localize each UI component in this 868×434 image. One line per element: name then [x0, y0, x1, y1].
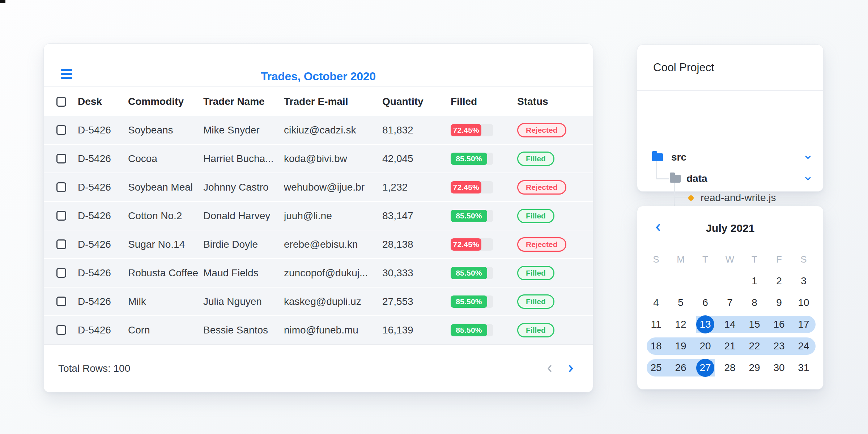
folder-icon — [670, 175, 681, 183]
tree-folder-src[interactable]: src — [652, 151, 823, 164]
row-checkbox[interactable] — [56, 325, 66, 335]
calendar-day[interactable]: 5 — [668, 292, 693, 314]
chevron-down-icon[interactable] — [804, 174, 812, 183]
total-rows-label: Total Rows: 100 — [58, 363, 130, 374]
calendar-day[interactable]: 11 — [644, 314, 668, 335]
tree-connector — [674, 197, 688, 198]
calendar-day[interactable]: 4 — [644, 292, 668, 314]
status-badge: Rejected — [517, 123, 566, 137]
cell-trader-name: Mike Snyder — [203, 124, 284, 136]
calendar-day[interactable]: 3 — [791, 270, 816, 292]
cell-quantity: 81,832 — [382, 124, 451, 136]
calendar-day[interactable]: 23 — [767, 335, 791, 357]
screen-artifact — [0, 0, 5, 3]
folder-name: src — [671, 152, 686, 163]
calendar-day[interactable]: 31 — [791, 357, 816, 379]
calendar-day[interactable]: 19 — [668, 335, 693, 357]
cell-quantity: 27,553 — [382, 296, 451, 307]
calendar-day[interactable]: 17 — [791, 314, 816, 335]
filled-progress-bar: 72.45% — [451, 238, 493, 251]
status-badge: Filled — [517, 323, 554, 337]
calendar-day[interactable]: 26 — [668, 357, 693, 379]
filled-progress-bar: 85.50% — [451, 210, 493, 222]
calendar-day[interactable]: 30 — [767, 357, 791, 379]
project-tree-card: Cool Project src data read-and-write.js — [637, 44, 824, 192]
calendar-day[interactable]: 20 — [693, 335, 718, 357]
cell-trader-email: zuncopof@dukuj... — [284, 267, 382, 279]
filled-progress-bar: 72.45% — [451, 124, 493, 136]
file-tree: src data read-and-write.js authenticatio… — [637, 91, 823, 191]
row-checkbox[interactable] — [56, 297, 66, 306]
calendar-day[interactable]: 6 — [693, 292, 718, 314]
calendar-day[interactable]: 10 — [791, 292, 816, 314]
calendar-day[interactable]: 12 — [668, 314, 693, 335]
calendar-empty-cell — [644, 270, 668, 292]
calendar-day[interactable]: 25 — [644, 357, 668, 379]
cell-desk: D-5426 — [78, 182, 128, 193]
cell-quantity: 42,045 — [382, 153, 451, 165]
tree-file-read-and-write[interactable]: read-and-write.js — [688, 191, 823, 204]
calendar-empty-cell — [668, 270, 693, 292]
calendar-day[interactable]: 2 — [767, 270, 791, 292]
table-row: D-5426Robusta CoffeeMaud Fieldszuncopof@… — [44, 259, 593, 288]
row-checkbox[interactable] — [56, 211, 66, 221]
calendar-day[interactable]: 7 — [718, 292, 742, 314]
calendar-day[interactable]: 14 — [718, 314, 742, 335]
status-badge: Rejected — [517, 237, 566, 252]
calendar-day[interactable]: 22 — [742, 335, 767, 357]
table-footer: Total Rows: 100 — [44, 344, 593, 392]
table-row: D-5426Cotton No.2Donald Harveyjuuh@li.ne… — [44, 202, 593, 230]
calendar-day[interactable]: 18 — [644, 335, 668, 357]
calendar-day[interactable]: 27 — [693, 357, 718, 379]
cell-trader-email: erebe@ebisu.kn — [284, 239, 382, 250]
filled-progress-bar: 85.50% — [451, 267, 493, 279]
trades-table-card: Trades, October 2020 Desk Commodity Trad… — [43, 43, 593, 392]
cell-trader-name: Bessie Santos — [203, 324, 284, 336]
cell-quantity: 16,139 — [382, 324, 451, 336]
cell-trader-email: koda@bivi.bw — [284, 153, 382, 165]
prev-page-icon[interactable] — [544, 362, 556, 375]
calendar-day[interactable]: 9 — [767, 292, 791, 314]
calendar-day[interactable]: 8 — [742, 292, 767, 314]
cell-trader-name: Johnny Castro — [203, 182, 284, 193]
cell-desk: D-5426 — [78, 124, 128, 136]
row-checkbox[interactable] — [56, 125, 66, 135]
calendar-day[interactable]: 21 — [718, 335, 742, 357]
table-title: Trades, October 2020 — [44, 70, 593, 83]
calendar-day[interactable]: 1 — [742, 270, 767, 292]
cell-trader-email: wehubow@ijue.br — [284, 182, 382, 193]
row-checkbox[interactable] — [56, 182, 66, 192]
tree-folder-data[interactable]: data — [670, 172, 823, 185]
chevron-down-icon[interactable] — [804, 153, 812, 162]
column-header-quantity: Quantity — [382, 96, 451, 107]
filled-progress-bar: 85.50% — [451, 295, 493, 308]
table-row: D-5426SoybeansMike Snydercikiuz@cadzi.sk… — [44, 116, 593, 145]
cell-trader-name: Harriet Bucha... — [203, 153, 284, 165]
cell-commodity: Sugar No.14 — [128, 239, 203, 250]
calendar-month-title: July 2021 — [637, 222, 823, 234]
cell-quantity: 83,147 — [382, 210, 451, 222]
calendar-day[interactable]: 16 — [767, 314, 791, 335]
cell-commodity: Robusta Coffee — [128, 267, 203, 279]
weekday-label: S — [791, 252, 816, 267]
next-page-icon[interactable] — [565, 362, 577, 375]
select-all-checkbox[interactable] — [56, 97, 66, 107]
weekday-label: T — [742, 252, 767, 267]
row-checkbox[interactable] — [56, 154, 66, 163]
calendar-day[interactable]: 29 — [742, 357, 767, 379]
column-header-commodity: Commodity — [128, 96, 203, 107]
calendar-day[interactable]: 28 — [718, 357, 742, 379]
status-badge: Filled — [517, 266, 554, 280]
cell-trader-email: kaskeg@dupli.uz — [284, 296, 382, 307]
row-checkbox[interactable] — [56, 239, 66, 249]
table-column-header-row: Desk Commodity Trader Name Trader E-mail… — [44, 87, 593, 116]
weekday-label: W — [718, 252, 742, 267]
cell-trader-name: Birdie Doyle — [203, 239, 284, 250]
calendar-day[interactable]: 13 — [693, 314, 718, 335]
calendar-day[interactable]: 24 — [791, 335, 816, 357]
row-checkbox[interactable] — [56, 268, 66, 278]
pagination — [544, 362, 577, 375]
calendar-day[interactable]: 15 — [742, 314, 767, 335]
column-header-trader-name: Trader Name — [203, 96, 284, 107]
cell-quantity: 1,232 — [382, 182, 451, 193]
